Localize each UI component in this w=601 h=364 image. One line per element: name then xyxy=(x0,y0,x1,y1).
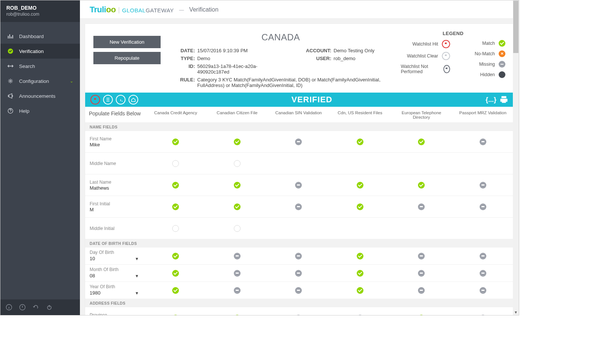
field-label: Year Of Birth xyxy=(90,284,140,289)
populate-label: Populate Fields Below xyxy=(85,107,145,122)
nav-search[interactable]: Search xyxy=(0,59,80,74)
match-icon xyxy=(234,315,241,315)
match-icon xyxy=(234,203,241,210)
nav: Dashboard Verification Search Configurat… xyxy=(0,29,80,299)
status-bar: VERIFIED {...} xyxy=(85,93,514,107)
type-value: Demo xyxy=(197,56,295,61)
match-icon xyxy=(172,182,179,189)
nav-configuration[interactable]: Configuration ⌄ xyxy=(0,74,80,88)
user-value: rob_demo xyxy=(334,56,393,61)
match-icon xyxy=(172,253,179,259)
chevron-down-icon: ⌄ xyxy=(70,79,73,84)
info-icon[interactable] xyxy=(6,304,12,311)
nav-dashboard[interactable]: Dashboard xyxy=(0,29,80,44)
nav-label: Dashboard xyxy=(19,34,44,39)
field-label: Day Of Birth xyxy=(90,250,140,255)
power-icon[interactable] xyxy=(46,304,53,311)
field-label: Province xyxy=(90,312,140,315)
source-header: Cdn, US Resident Files xyxy=(329,107,391,122)
field-row: First NameMike xyxy=(85,131,514,153)
match-icon xyxy=(172,270,179,277)
alert-icon[interactable] xyxy=(19,304,26,311)
separator: — xyxy=(179,7,184,13)
field-label: Month Of Birth xyxy=(90,267,140,272)
window-scrollbar[interactable]: ▲ ▼ xyxy=(513,0,519,315)
source-header: Canadian Citizen File xyxy=(207,107,268,122)
legend-watchlist-clear: Watchlist Clear xyxy=(407,53,438,59)
match-icon xyxy=(357,203,363,210)
type-label: TYPE: xyxy=(168,56,195,61)
nav-help[interactable]: Help xyxy=(0,103,80,118)
field-row: Month Of Birth08▼ xyxy=(85,265,514,282)
user-label: USER: xyxy=(298,56,331,61)
verification-details: CANADA DATE: 15/07/2016 9:10:39 PM ACCOU… xyxy=(168,31,393,88)
topbar: Trulioo GLOBALGATEWAY — Verification xyxy=(80,0,519,19)
match-icon xyxy=(172,203,179,210)
nav-verification[interactable]: Verification xyxy=(0,44,80,59)
empty-icon xyxy=(234,225,241,232)
missing-icon xyxy=(295,139,302,145)
legend-watchlist-hit: Watchlist Hit xyxy=(412,41,438,47)
missing-icon xyxy=(480,315,486,315)
megaphone-icon xyxy=(7,93,14,99)
missing-icon xyxy=(480,287,486,294)
match-icon xyxy=(172,315,179,315)
page-title: Verification xyxy=(189,6,219,13)
account-value: Demo Testing Only xyxy=(334,48,393,53)
legend-title: LEGEND xyxy=(401,31,505,36)
match-icon xyxy=(234,182,241,189)
section-address-fields: ADDRESS FIELDS xyxy=(85,299,514,307)
home-button[interactable] xyxy=(128,95,138,105)
new-verification-button[interactable]: New Verification xyxy=(93,36,161,48)
info-plus-button[interactable] xyxy=(116,95,126,105)
missing-icon xyxy=(480,139,486,145)
repopulate-button[interactable]: Repopulate xyxy=(93,52,161,64)
match-icon xyxy=(172,287,179,294)
source-header: Canada Credit Agency xyxy=(145,107,207,122)
missing-icon xyxy=(234,253,241,259)
main: Trulioo GLOBALGATEWAY — Verification New… xyxy=(80,0,519,315)
watchlist-flag-button[interactable] xyxy=(90,95,100,105)
field-select[interactable]: 10▼ xyxy=(90,255,140,262)
match-icon xyxy=(357,139,363,145)
svg-point-0 xyxy=(10,80,11,82)
field-row: ProvinceBC xyxy=(85,307,514,315)
missing-icon xyxy=(295,203,302,210)
rule-label: RULE: xyxy=(168,77,195,88)
missing-icon xyxy=(295,315,302,315)
field-label: Last Name xyxy=(90,180,140,185)
refresh-icon[interactable] xyxy=(32,304,39,311)
missing-icon xyxy=(418,203,425,210)
bar-chart-icon xyxy=(7,33,14,39)
json-button[interactable]: {...} xyxy=(486,96,496,104)
missing-icon xyxy=(480,182,486,189)
print-button[interactable] xyxy=(499,95,508,105)
source-header: Passport MRZ Validation xyxy=(452,107,514,122)
match-icon xyxy=(357,270,363,277)
sidebar-user: ROB_DEMO rob@trulioo.com xyxy=(0,0,80,22)
field-row: Middle Name xyxy=(85,153,514,174)
match-icon xyxy=(499,40,505,47)
nav-label: Configuration xyxy=(19,78,49,84)
nav-announcements[interactable]: Announcements xyxy=(0,88,80,103)
field-value: Mathews xyxy=(90,185,140,191)
field-select[interactable]: 1980▼ xyxy=(90,289,140,296)
id-value: 56029a13-1a78-41ec-a20a-490920c187ed xyxy=(197,63,268,75)
user-email: rob@trulioo.com xyxy=(6,12,74,17)
user-name: ROB_DEMO xyxy=(6,5,74,11)
date-label: DATE: xyxy=(168,48,195,53)
field-row: Middle Initial xyxy=(85,218,514,239)
section-name-fields: NAME FIELDS xyxy=(85,123,514,131)
match-icon xyxy=(357,287,363,294)
account-label: ACCOUNT: xyxy=(298,48,331,53)
match-icon xyxy=(172,139,179,145)
legend-hidden: Hidden xyxy=(480,72,495,77)
legend-nomatch: No-Match xyxy=(475,51,495,56)
brand-gg1: GLOBAL xyxy=(122,7,146,13)
empty-icon xyxy=(234,160,241,167)
nav-label: Help xyxy=(19,108,30,114)
nav-label: Verification xyxy=(19,49,44,54)
list-button[interactable] xyxy=(103,95,113,105)
field-select[interactable]: 08▼ xyxy=(90,272,140,279)
field-value: M xyxy=(90,207,140,212)
